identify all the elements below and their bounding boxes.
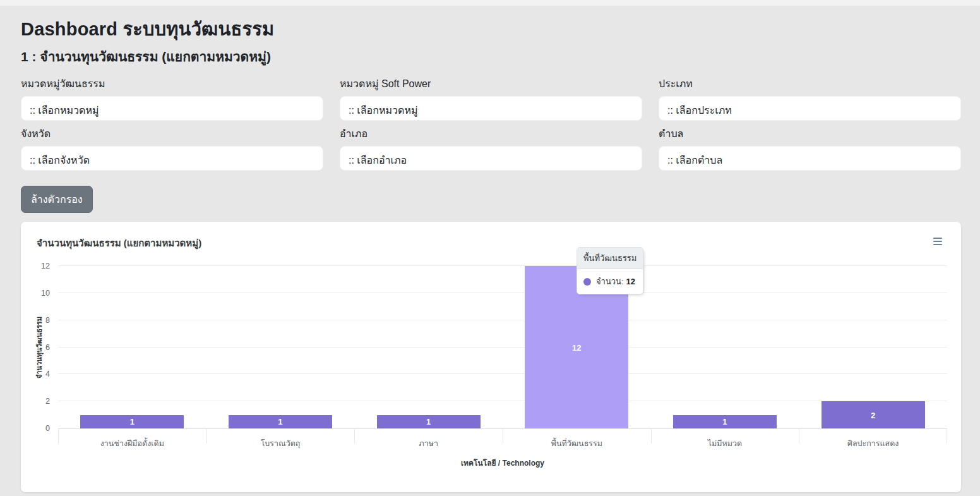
- page-subtitle: 1 : จำนวนทุนวัฒนธรรม (แยกตามหมวดหมู่): [21, 46, 961, 67]
- tooltip-title: พื้นที่วัฒนธรรม: [577, 248, 643, 269]
- filter-subdistrict: ตำบล:: เลือกตำบล: [659, 124, 961, 171]
- chart-title: จำนวนทุนวัฒนธรรม (แยกตามหมวดหมู่): [37, 236, 201, 251]
- tooltip-series-label: จำนวน:: [596, 275, 624, 288]
- filter-select-culture-category[interactable]: :: เลือกหมวดหมู่: [21, 96, 323, 121]
- bar-value-label: 1: [722, 417, 727, 426]
- filter-type: ประเภท:: เลือกประเภท: [659, 75, 961, 121]
- x-axis-category-labels: งานช่างฝีมือดั้งเดิมโบราณวัตถุภาษาพื้นที…: [58, 437, 947, 450]
- hamburger-menu-icon[interactable]: [932, 234, 943, 248]
- bar-งานช่างฝีมือดั้งเดิม[interactable]: 1: [80, 415, 184, 428]
- filter-select-province[interactable]: :: เลือกจังหวัด: [21, 146, 323, 171]
- series-marker-icon: [583, 278, 591, 286]
- filter-label-subdistrict: ตำบล: [659, 126, 961, 142]
- tooltip-body: จำนวน: 12: [577, 269, 643, 294]
- gridline: [58, 401, 947, 401]
- filter-label-soft-power-category: หมวดหมู่ Soft Power: [340, 76, 642, 92]
- bar-ภาษา[interactable]: 1: [377, 415, 481, 428]
- filter-label-district: อำเภอ: [340, 126, 642, 142]
- bar-value-label: 1: [426, 417, 431, 426]
- filter-label-culture-category: หมวดหมู่วัฒนธรรม: [21, 76, 323, 92]
- y-axis-tick: 0: [45, 424, 50, 433]
- filters-grid: หมวดหมู่วัฒนธรรม:: เลือกหมวดหมู่หมวดหมู่…: [21, 75, 961, 171]
- y-axis-tick: 2: [45, 397, 50, 406]
- chart-tooltip: พื้นที่วัฒนธรรม จำนวน: 12: [577, 247, 643, 294]
- category-label: พื้นที่วัฒนธรรม: [503, 437, 651, 450]
- bar-value-label: 12: [572, 342, 581, 352]
- top-strip: [0, 0, 980, 6]
- tooltip-value: 12: [626, 277, 635, 286]
- x-axis-title: เทคโนโลยี / Technology: [58, 457, 947, 469]
- bar-value-label: 1: [278, 417, 282, 426]
- gridline: [58, 347, 947, 348]
- category-label: ภาษา: [354, 437, 503, 450]
- y-axis-tick: 6: [45, 343, 50, 352]
- bar-ศิลปะการแสดง[interactable]: 2: [822, 401, 925, 428]
- clear-filters-button[interactable]: ล้างตัวกรอง: [21, 186, 93, 213]
- bar-โบราณวัตถุ[interactable]: 1: [229, 415, 332, 428]
- y-axis-tick: 8: [45, 316, 50, 325]
- y-axis-title: จำนวนทุนวัฒนธรรม: [33, 317, 45, 378]
- gridline: [58, 293, 947, 293]
- filter-province: จังหวัด:: เลือกจังหวัด: [21, 124, 323, 171]
- category-label: ศิลปะการแสดง: [799, 437, 947, 450]
- gridline: [58, 373, 947, 374]
- filter-soft-power-category: หมวดหมู่ Soft Power:: เลือกหมวดหมู่: [340, 75, 642, 121]
- category-label: งานช่างฝีมือดั้งเดิม: [58, 437, 206, 450]
- y-axis-tick: 12: [41, 262, 50, 270]
- filter-label-province: จังหวัด: [21, 126, 323, 142]
- bar-ไม่มีหมวด[interactable]: 1: [673, 415, 777, 428]
- filter-culture-category: หมวดหมู่วัฒนธรรม:: เลือกหมวดหมู่: [21, 75, 323, 121]
- page-title: Dashboard ระบบทุนวัฒนธรรม: [21, 15, 961, 44]
- bar-value-label: 2: [871, 410, 875, 420]
- filter-select-subdistrict[interactable]: :: เลือกตำบล: [659, 146, 961, 171]
- bar-value-label: 1: [130, 417, 134, 426]
- y-axis-tick: 4: [45, 370, 50, 378]
- chart-card: จำนวนทุนวัฒนธรรม (แยกตามหมวดหมู่) 024681…: [21, 222, 961, 492]
- gridline: [58, 265, 947, 266]
- filter-select-soft-power-category[interactable]: :: เลือกหมวดหมู่: [340, 96, 642, 121]
- dashboard-page: Dashboard ระบบทุนวัฒนธรรม 1 : จำนวนทุนวั…: [0, 6, 980, 492]
- gridline: [58, 320, 947, 320]
- filter-select-type[interactable]: :: เลือกประเภท: [659, 96, 961, 121]
- category-label: โบราณวัตถุ: [206, 437, 355, 450]
- bar-chart-plot-area: 0246810121111212: [58, 266, 947, 429]
- filter-label-type: ประเภท: [659, 76, 961, 92]
- y-axis-tick: 10: [41, 289, 50, 298]
- category-label: ไม่มีหมวด: [651, 437, 799, 450]
- filter-district: อำเภอ:: เลือกอำเภอ: [340, 124, 642, 171]
- filter-select-district[interactable]: :: เลือกอำเภอ: [340, 146, 642, 171]
